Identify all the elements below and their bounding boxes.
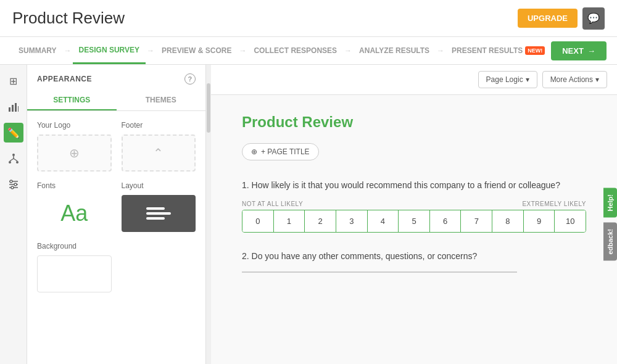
svg-line-9	[14, 159, 17, 161]
nps-cell-2[interactable]: 2	[305, 210, 336, 232]
nps-cell-0[interactable]: 0	[242, 210, 274, 232]
sidebar-icon-sliders[interactable]	[4, 175, 23, 194]
logo-upload[interactable]: ⊕	[37, 134, 112, 172]
question-1-text: 1. How likely is it that you would recom…	[242, 179, 586, 192]
nav-bar: SUMMARY → DESIGN SURVEY → PREVIEW & SCOR…	[0, 37, 617, 65]
footer-label: Footer	[122, 121, 196, 130]
main-layout: ⊞ ✏️	[0, 65, 617, 364]
question-2-text: 2. Do you have any other comments, quest…	[242, 250, 586, 263]
nps-scale: 0 1 2 3 4 5 6 7 8 9 10	[242, 210, 586, 233]
svg-point-6	[16, 161, 19, 163]
background-label: Background	[37, 242, 112, 250]
header: Product Review UPGRADE 💬	[0, 0, 617, 37]
panel-scrollbar[interactable]	[206, 65, 211, 364]
sidebar-icon-chart[interactable]	[4, 97, 23, 117]
more-actions-button[interactable]: More Actions ▾	[542, 71, 607, 88]
nps-cell-5[interactable]: 5	[399, 210, 430, 232]
sidebar-icon-pencil[interactable]: ✏️	[4, 123, 23, 143]
sidebar-icons: ⊞ ✏️	[0, 65, 27, 364]
new-badge: NEW!	[525, 46, 545, 55]
survey-title: Product Review	[242, 114, 586, 131]
nav-arrow-2: →	[147, 46, 154, 55]
page-title-button[interactable]: ⊕ + PAGE TITLE	[242, 143, 319, 160]
survey-body: Product Review ⊕ + PAGE TITLE 1. How lik…	[211, 95, 617, 308]
page-logic-button[interactable]: Page Logic ▾	[478, 71, 537, 88]
appearance-panel: APPEARANCE ? SETTINGS THEMES Your Logo ⊕…	[27, 65, 206, 364]
nps-cell-7[interactable]: 7	[461, 210, 492, 232]
layout-picker[interactable]	[122, 195, 196, 232]
appearance-header: APPEARANCE ?	[27, 65, 205, 91]
footer-section: Footer ⌃	[122, 121, 196, 172]
upgrade-button[interactable]: UPGRADE	[518, 9, 578, 28]
fonts-picker[interactable]: Aa	[37, 195, 112, 232]
scrollbar-thumb	[207, 83, 210, 133]
question-2-input-line	[242, 271, 517, 273]
nav-item-summary[interactable]: SUMMARY	[12, 37, 63, 64]
nav-arrow-1: →	[64, 46, 72, 55]
sidebar-icon-fork[interactable]	[4, 149, 23, 168]
side-buttons: Help! edback!	[603, 188, 617, 260]
svg-point-14	[14, 183, 17, 186]
logo-label: Your Logo	[37, 121, 112, 130]
logo-section: Your Logo ⊕	[37, 121, 112, 172]
nav-arrow-3: →	[239, 46, 246, 55]
page-title: Product Review	[12, 9, 125, 28]
plus-icon: ⊕	[69, 146, 80, 160]
layout-lines-icon	[146, 207, 171, 220]
svg-point-13	[10, 180, 12, 183]
tab-themes[interactable]: THEMES	[117, 91, 206, 110]
nps-cell-3[interactable]: 3	[336, 210, 368, 232]
nps-cell-8[interactable]: 8	[492, 210, 524, 232]
nps-cell-10[interactable]: 10	[555, 210, 586, 232]
background-section: Background	[37, 242, 112, 292]
appearance-help-icon[interactable]: ?	[184, 73, 196, 85]
svg-rect-3	[18, 106, 19, 112]
nav-item-analyze-results[interactable]: ANALYZE RESULTS	[353, 37, 436, 64]
svg-rect-0	[9, 107, 10, 112]
footer-upload[interactable]: ⌃	[122, 134, 196, 172]
svg-rect-2	[15, 103, 17, 112]
fonts-label: Fonts	[37, 181, 112, 190]
nav-item-present-results[interactable]: PRESENT RESULTS NEW!	[445, 37, 551, 64]
nav-arrow-4: →	[344, 46, 352, 55]
fonts-section: Fonts Aa	[37, 181, 112, 232]
content-toolbar: Page Logic ▾ More Actions ▾	[211, 65, 617, 95]
content-area: Page Logic ▾ More Actions ▾ Product Revi…	[211, 65, 617, 364]
svg-point-15	[11, 186, 14, 189]
sidebar-icon-layout[interactable]: ⊞	[4, 71, 23, 91]
appearance-content: Your Logo ⊕ Footer ⌃ Fonts Aa Layout	[27, 111, 205, 302]
question-1: 1. How likely is it that you would recom…	[242, 179, 586, 233]
nps-cell-4[interactable]: 4	[368, 210, 399, 232]
header-actions: UPGRADE 💬	[518, 7, 605, 30]
help-button[interactable]: Help!	[603, 188, 617, 218]
feedback-button[interactable]: edback!	[603, 223, 617, 261]
nav-arrow-5: →	[437, 46, 444, 55]
nps-labels: NOT AT ALL LIKELY EXTREMELY LIKELY	[242, 201, 586, 207]
nav-item-collect-responses[interactable]: COLLECT RESPONSES	[247, 37, 343, 64]
layout-label: Layout	[122, 181, 196, 190]
nav-item-preview-score[interactable]: PREVIEW & SCORE	[155, 37, 238, 64]
font-preview-text: Aa	[60, 201, 88, 226]
background-picker[interactable]	[37, 255, 112, 292]
next-button[interactable]: NEXT →	[551, 41, 607, 60]
tab-settings[interactable]: SETTINGS	[27, 91, 117, 110]
chat-button[interactable]: 💬	[582, 7, 605, 30]
svg-point-4	[12, 154, 15, 156]
svg-rect-1	[12, 105, 14, 112]
question-2: 2. Do you have any other comments, quest…	[242, 250, 586, 273]
appearance-tabs: SETTINGS THEMES	[27, 91, 205, 111]
layout-section: Layout	[122, 181, 196, 232]
nps-cell-9[interactable]: 9	[524, 210, 555, 232]
nav-item-design-survey[interactable]: DESIGN SURVEY	[73, 37, 146, 64]
nps-cell-1[interactable]: 1	[274, 210, 305, 232]
svg-point-5	[9, 161, 11, 163]
nps-cell-6[interactable]: 6	[430, 210, 462, 232]
svg-line-8	[10, 159, 14, 161]
upload-icon: ⌃	[153, 146, 164, 160]
